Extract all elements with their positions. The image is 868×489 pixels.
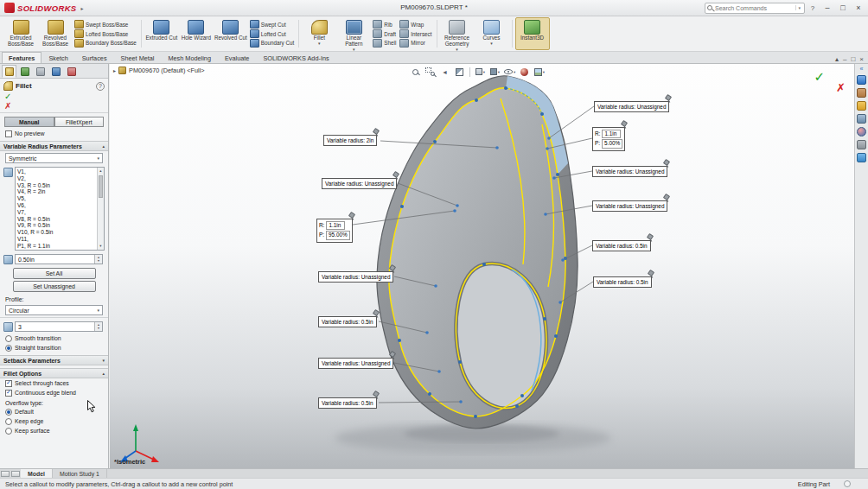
- minimize-button[interactable]: –: [820, 2, 834, 14]
- variable-radius-callout[interactable]: Variable radius: 2in: [323, 135, 377, 146]
- confirm-ok-button[interactable]: ✓: [814, 69, 825, 85]
- flyout-arrow-icon[interactable]: ▾: [490, 41, 493, 46]
- hole-wizard-button[interactable]: Hole Wizard: [179, 17, 214, 50]
- pushpin-icon[interactable]: [647, 234, 654, 242]
- cancel-button[interactable]: ✗: [0, 102, 16, 111]
- radius-input[interactable]: 0.50in ▴▾: [15, 254, 103, 264]
- pushpin-icon[interactable]: [389, 352, 397, 359]
- revolved-cut-button[interactable]: Revolved Cut: [214, 17, 248, 50]
- tab-sketch[interactable]: Sketch: [41, 52, 74, 63]
- overflow-default-radio[interactable]: [5, 409, 12, 416]
- swept-boss-base-button[interactable]: Swept Boss/Base: [73, 20, 138, 29]
- confirm-cancel-button[interactable]: ✗: [836, 81, 846, 94]
- design-library-icon[interactable]: [857, 88, 866, 98]
- pushpin-icon[interactable]: [393, 172, 400, 180]
- radius-list[interactable]: V1, V2, V3, R = 0.5in V4, R = 2in V5, V6…: [15, 167, 105, 251]
- model-tab[interactable]: Model: [21, 469, 53, 478]
- tab-solidworks-add-ins[interactable]: SOLIDWORKS Add-Ins: [256, 52, 335, 63]
- select-through-faces-row[interactable]: Select through faces: [0, 378, 108, 388]
- list-item[interactable]: V9, R = 0.5in: [17, 222, 96, 229]
- list-item[interactable]: V3, R = 0.5in: [17, 182, 96, 189]
- variable-radius-callout[interactable]: Variable radius: 0.5in: [593, 276, 652, 288]
- position-value-field[interactable]: 5.00%: [602, 139, 622, 148]
- tab-sheet-metal[interactable]: Sheet Metal: [114, 52, 162, 63]
- profile-dropdown[interactable]: Circular ▾: [5, 305, 103, 315]
- fillet-options-section-header[interactable]: Fillet Options ▴: [0, 368, 108, 378]
- doc-close-button[interactable]: ×: [859, 55, 864, 63]
- featuremanager-tab[interactable]: [17, 65, 32, 78]
- list-item[interactable]: V5,: [17, 195, 96, 202]
- list-item[interactable]: P1, R = 1.1in: [17, 243, 96, 250]
- collapse-ribbon-icon[interactable]: ▴: [835, 55, 839, 63]
- part-tree-node[interactable]: PM009670 (Default) <Full>: [129, 67, 205, 74]
- radius-spinner[interactable]: ▴▾: [94, 255, 102, 264]
- extruded-boss-base-button[interactable]: Extruded Boss/Base: [3, 17, 38, 50]
- position-value-field[interactable]: 95.00%: [326, 231, 350, 239]
- tab-surfaces[interactable]: Surfaces: [75, 52, 114, 63]
- list-item[interactable]: V8, R = 0.5in: [17, 216, 96, 223]
- overflow-keep-surface-row[interactable]: Keep surface: [0, 426, 108, 435]
- symmetric-dropdown[interactable]: Symmetric ▾: [5, 153, 103, 163]
- transition-count-spinner[interactable]: ▴▾: [94, 322, 102, 331]
- variable-radius-callout[interactable]: Variable radius: 0.5in: [318, 316, 377, 327]
- manual-mode-tab[interactable]: Manual: [4, 117, 54, 127]
- help-button[interactable]: ?: [807, 2, 819, 14]
- variable-radius-callout[interactable]: Variable radius: Unassigned: [322, 178, 397, 189]
- radius-position-callout[interactable]: R:1.1in P:95.00%: [316, 219, 353, 243]
- rib-button[interactable]: Rib: [371, 20, 398, 29]
- hide-show-items-button[interactable]: ▾: [503, 66, 516, 78]
- restore-button[interactable]: □: [836, 2, 850, 14]
- configurationmanager-tab[interactable]: [33, 65, 48, 78]
- search-input[interactable]: [715, 5, 795, 11]
- zoom-to-fit-button[interactable]: [409, 66, 422, 78]
- list-scrollbar[interactable]: ▴ ▾: [97, 168, 104, 250]
- lofted-cut-button[interactable]: Lofted Cut: [248, 29, 297, 39]
- set-unassigned-button[interactable]: Set Unassigned: [13, 281, 96, 292]
- lofted-boss-base-button[interactable]: Lofted Boss/Base: [73, 29, 138, 39]
- list-item[interactable]: V10, R = 0.5in: [17, 229, 96, 236]
- collapse-section-icon[interactable]: ▴: [102, 371, 105, 376]
- list-item[interactable]: V11,: [17, 236, 96, 243]
- set-all-button[interactable]: Set All: [13, 268, 96, 279]
- motion-study-tab[interactable]: Motion Study 1: [53, 469, 107, 478]
- smooth-transition-row[interactable]: Smooth transition: [0, 333, 108, 343]
- search-dropdown-icon[interactable]: ▾: [795, 5, 802, 10]
- instant3d-button[interactable]: Instant3D: [515, 17, 550, 50]
- scroll-thumb[interactable]: [99, 175, 103, 198]
- close-button[interactable]: ×: [852, 2, 865, 14]
- fillet-button[interactable]: Fillet ▾: [302, 17, 336, 50]
- quick-access-expand-icon[interactable]: ▸: [80, 5, 83, 11]
- straight-transition-radio[interactable]: [5, 345, 12, 352]
- variable-radius-callout[interactable]: Variable radius: Unassigned: [592, 166, 667, 177]
- boundary-boss-base-button[interactable]: Boundary Boss/Base: [73, 38, 138, 48]
- custom-properties-icon[interactable]: [857, 140, 866, 149]
- list-item[interactable]: V2,: [17, 175, 96, 182]
- filletxpert-mode-tab[interactable]: FilletXpert: [54, 117, 105, 127]
- revolved-boss-base-button[interactable]: Revolved Boss/Base: [38, 17, 73, 50]
- previous-view-button[interactable]: ◄: [438, 66, 451, 78]
- pushpin-icon[interactable]: [373, 310, 380, 318]
- tab-list-icon[interactable]: [11, 471, 20, 477]
- boundary-cut-button[interactable]: Boundary Cut: [248, 38, 297, 48]
- collapse-taskpane-icon[interactable]: «: [860, 66, 864, 72]
- tab-mesh-modeling[interactable]: Mesh Modeling: [161, 52, 217, 63]
- tab-features[interactable]: Features: [2, 52, 41, 63]
- scroll-down-icon[interactable]: ▾: [99, 243, 101, 250]
- dimxpertmanager-tab[interactable]: [48, 65, 63, 78]
- section-view-button[interactable]: [453, 66, 466, 78]
- curves-button[interactable]: Curves ▾: [475, 17, 509, 50]
- solidworks-forum-icon[interactable]: [857, 153, 866, 162]
- propertymanager-tab[interactable]: [2, 65, 16, 78]
- appearances-scenes-icon[interactable]: [857, 127, 866, 137]
- variable-radius-callout[interactable]: Variable radius: Unassigned: [594, 101, 669, 112]
- overflow-keep-edge-row[interactable]: Keep edge: [0, 416, 108, 426]
- pushpin-icon[interactable]: [663, 194, 671, 202]
- extruded-cut-button[interactable]: Extruded Cut: [144, 17, 179, 50]
- view-orientation-button[interactable]: ▾: [474, 66, 487, 78]
- expand-section-icon[interactable]: ▾: [102, 358, 105, 363]
- panel-help-icon[interactable]: ?: [96, 82, 105, 91]
- pushpin-icon[interactable]: [621, 121, 629, 129]
- displaymanager-tab[interactable]: [64, 65, 79, 78]
- tab-scroll-icon[interactable]: [1, 471, 10, 477]
- edit-appearance-button[interactable]: [518, 66, 531, 78]
